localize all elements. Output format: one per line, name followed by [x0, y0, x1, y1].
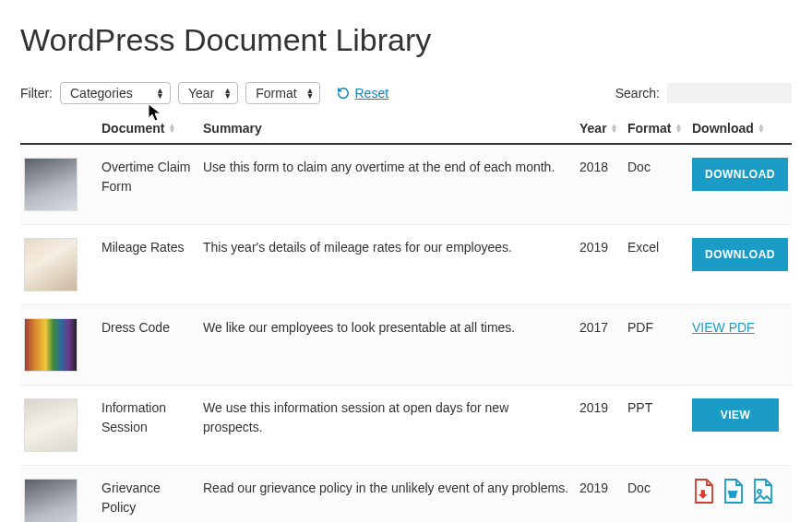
- document-format: Doc: [627, 158, 692, 177]
- document-name[interactable]: Information Session: [102, 398, 203, 437]
- table-row: Information SessionWe use this informati…: [20, 386, 792, 466]
- year-select[interactable]: Year ▲▼: [178, 82, 238, 104]
- column-header-format[interactable]: Format ▲▼: [627, 121, 692, 136]
- svg-text:⬇: ⬇: [699, 490, 707, 499]
- table-row: Mileage RatesThis year's details of mile…: [20, 225, 792, 305]
- document-year: 2017: [579, 318, 627, 338]
- sort-icon: ▲▼: [611, 124, 618, 133]
- image-file-icon[interactable]: [751, 479, 773, 504]
- document-name[interactable]: Overtime Claim Form: [102, 158, 203, 196]
- year-select-label: Year: [188, 86, 214, 101]
- document-format: PPT: [627, 398, 692, 418]
- document-year: 2019: [579, 238, 627, 257]
- search-input[interactable]: [667, 83, 792, 103]
- document-format: PDF: [627, 318, 692, 338]
- document-download-cell: VIEW: [692, 398, 792, 432]
- filter-bar: Filter: Categories ▲▼ Year ▲▼ Format ▲▼ …: [20, 82, 792, 104]
- reset-icon: [337, 87, 350, 100]
- table-row: Dress CodeWe like our employees to look …: [20, 305, 792, 386]
- document-thumbnail[interactable]: [24, 238, 78, 291]
- download-button[interactable]: DOWNLOAD: [692, 158, 788, 191]
- sort-icon: ▲▼: [675, 124, 682, 133]
- document-thumbnail[interactable]: [24, 398, 78, 452]
- document-summary: This year's details of mileage rates for…: [203, 238, 579, 257]
- document-thumbnail[interactable]: [24, 158, 78, 211]
- document-year: 2018: [579, 158, 627, 177]
- table-row: Grievance PolicyRead our grievance polic…: [20, 466, 792, 522]
- download-link[interactable]: VIEW PDF: [692, 320, 755, 335]
- table-row: Overtime Claim FormUse this form to clai…: [20, 145, 792, 225]
- svg-text:W: W: [729, 490, 737, 499]
- document-name[interactable]: Mileage Rates: [102, 238, 203, 257]
- categories-select-label: Categories: [70, 86, 133, 101]
- format-select-label: Format: [256, 86, 296, 101]
- search-label: Search:: [615, 86, 660, 101]
- word-file-icon[interactable]: W: [722, 479, 744, 504]
- select-arrows-icon: ▲▼: [156, 88, 164, 99]
- document-summary: We use this information session at open …: [203, 398, 579, 437]
- column-header-download[interactable]: Download ▲▼: [692, 121, 792, 136]
- column-header-document[interactable]: Document ▲▼: [102, 121, 203, 136]
- document-format: Doc: [627, 479, 692, 498]
- table-body: Overtime Claim FormUse this form to clai…: [20, 145, 792, 522]
- sort-icon: ▲▼: [168, 124, 175, 133]
- document-thumbnail[interactable]: [24, 318, 78, 372]
- document-download-cell: DOWNLOAD: [692, 238, 792, 271]
- filter-label: Filter:: [20, 86, 53, 101]
- table-header: Document ▲▼ Summary Year ▲▼ Format ▲▼ Do…: [20, 113, 792, 145]
- document-summary: Use this form to claim any overtime at t…: [203, 158, 579, 177]
- document-name[interactable]: Dress Code: [102, 318, 203, 338]
- download-button[interactable]: VIEW: [692, 398, 779, 432]
- document-thumbnail[interactable]: [24, 479, 78, 522]
- document-format: Excel: [627, 238, 692, 257]
- pdf-file-icon[interactable]: ⬇: [692, 479, 714, 504]
- document-year: 2019: [579, 398, 627, 418]
- format-select[interactable]: Format ▲▼: [245, 82, 320, 104]
- document-summary: Read our grievance policy in the unlikel…: [203, 479, 579, 498]
- reset-link[interactable]: Reset: [337, 86, 388, 101]
- document-download-cell: VIEW PDF: [692, 318, 792, 338]
- page-title: WordPress Document Library: [20, 22, 792, 58]
- sort-icon: ▲▼: [758, 124, 765, 133]
- document-summary: We like our employees to look presentabl…: [203, 318, 579, 338]
- column-header-year[interactable]: Year ▲▼: [579, 121, 627, 136]
- document-name[interactable]: Grievance Policy: [102, 479, 203, 517]
- categories-select[interactable]: Categories ▲▼: [60, 82, 171, 104]
- download-button[interactable]: DOWNLOAD: [692, 238, 788, 271]
- document-year: 2019: [579, 479, 627, 498]
- select-arrows-icon: ▲▼: [306, 88, 315, 99]
- document-download-cell: DOWNLOAD: [692, 158, 792, 191]
- svg-point-2: [758, 490, 761, 493]
- column-header-summary[interactable]: Summary: [203, 121, 579, 136]
- select-arrows-icon: ▲▼: [223, 88, 232, 99]
- document-download-cell: ⬇W: [692, 479, 792, 504]
- reset-label: Reset: [354, 86, 388, 101]
